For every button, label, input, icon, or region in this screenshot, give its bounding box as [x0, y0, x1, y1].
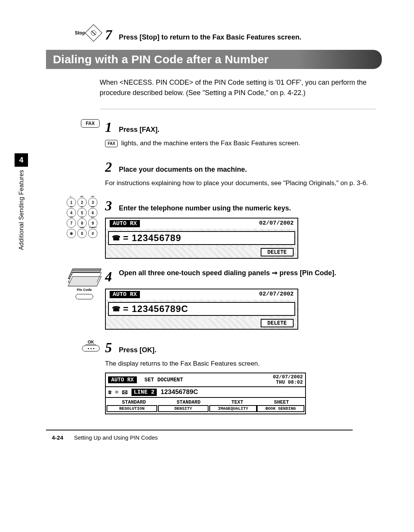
tel-book-icon: ☎ = 🖂: [108, 389, 128, 396]
telephone-icon: ☎: [112, 305, 121, 313]
panels-icon: Pin Code: [69, 269, 100, 299]
step3-row: 1@.-_ 2ABC 3DEF 4GHI 5JKL 6MNO 7PRS 8TUV…: [23, 198, 376, 259]
lcd5-r3-2: TEXT: [231, 399, 243, 405]
step4-head-b: press [Pin Code].: [278, 269, 336, 277]
lcd3-delete: DELETE: [261, 248, 294, 256]
footer-title: Setting Up and Using PIN Codes: [74, 434, 158, 441]
lcd5-r4-1: DENSITY: [158, 405, 209, 412]
lcd5-status: AUTO RX: [108, 376, 137, 383]
intro-text: When <NECESS. PIN CODE> of the PIN Code …: [100, 77, 376, 98]
step1-row: FAX 1 Press [FAX]. FAX lights, and the m…: [23, 119, 376, 148]
fax-key-small-icon: FAX: [105, 140, 118, 147]
lcd-step5: AUTO RX SET DOCUMENT 02/07/2002 THU 08:0…: [105, 373, 306, 415]
lcd5-datetime: 02/07/2002 THU 08:02: [273, 374, 303, 386]
step1-sub: FAX lights, and the machine enters the F…: [105, 138, 376, 148]
ok-label: OK: [85, 340, 97, 345]
lcd3-status: AUTO RX: [110, 220, 140, 227]
lcd5-r3-0: STANDARD: [122, 399, 146, 405]
numeric-keypad-icon: 1@.-_ 2ABC 3DEF 4GHI 5JKL 6MNO 7PRS 8TUV…: [67, 198, 100, 239]
lcd4-number-box: ☎ = 123456789C: [108, 302, 295, 316]
step7-text: Press [Stop] to return to the Fax Basic …: [119, 33, 301, 41]
lcd4-delete: DELETE: [261, 319, 294, 327]
footer-rule: [46, 430, 353, 430]
lcd3-number-box: ☎ = 123456789: [108, 231, 295, 245]
stop-label: Stop: [75, 30, 85, 36]
lcd5-line: LINE 2: [131, 389, 157, 396]
side-tab: 4 Additional Sending Features: [15, 153, 28, 250]
arrow-right-icon: ➞: [272, 269, 278, 277]
stop-diamond-icon: [85, 24, 102, 41]
key-hash: #SYMBOLS: [88, 229, 97, 238]
key-star: ✻: [67, 229, 76, 238]
lcd5-r3-3: SHEET: [274, 399, 289, 405]
step3-head: Enter the telephone number using the num…: [119, 204, 291, 212]
telephone-icon: ☎: [112, 234, 121, 242]
step4-head-a: Open all three one-touch speed dialing p…: [119, 269, 272, 277]
step1-head: Press [FAX].: [119, 126, 159, 134]
lcd4-number: = 123456789C: [123, 304, 188, 314]
step7-number: 7: [105, 27, 112, 43]
lcd-step3: AUTO RX 02/07/2002 ☎ = 123456789 DELETE: [105, 218, 298, 259]
lcd4-status: AUTO RX: [110, 291, 140, 298]
lcd5-set: SET DOCUMENT: [145, 377, 183, 383]
step2-number: 2: [105, 159, 112, 175]
lcd5-r4-3: BOOK SENDING: [257, 405, 304, 412]
chapter-number: 4: [15, 153, 28, 167]
section-title: Dialing with a PIN Code after a Number: [46, 50, 382, 69]
key-7: 7PRS: [67, 218, 76, 228]
step5-sub: The display returns to the Fax Basic Fea…: [105, 359, 376, 369]
page-number: 4-24: [52, 434, 63, 441]
lcd5-r3-1: STANDARD: [177, 399, 200, 405]
step2-row: 2 Place your documents on the machine. F…: [23, 159, 376, 188]
lcd3-number: = 123456789: [123, 233, 181, 243]
step2-sub: For instructions explaining how to place…: [105, 178, 376, 188]
lcd3-date: 02/07/2002: [259, 220, 294, 227]
step4-head: Open all three one-touch speed dialing p…: [119, 269, 336, 277]
step4-row: Pin Code 4 Open all three one-touch spee…: [23, 269, 376, 330]
step3-number: 3: [105, 198, 112, 214]
divider: [100, 109, 376, 109]
lcd5-r4-0: RESOLUTION: [107, 405, 157, 412]
lcd5-r4-2: IMAGEQUALITY: [209, 405, 257, 412]
step2-head: Place your documents on the machine.: [119, 166, 247, 174]
step4-number: 4: [105, 269, 112, 285]
footer: 4-24 Setting Up and Using PIN Codes: [52, 434, 347, 441]
ok-key-icon: OK: [82, 340, 100, 351]
chapter-label: Additional Sending Features: [18, 170, 25, 250]
step5-number: 5: [105, 340, 112, 356]
lcd5-number: 123456789C: [161, 388, 198, 396]
lcd5-time: THU 08:02: [276, 379, 303, 385]
step5-head: Press [OK].: [119, 346, 156, 354]
step7-row: Stop 7 Press [Stop] to return to the Fax…: [23, 27, 376, 43]
step1-number: 1: [105, 119, 112, 135]
lcd5-date: 02/07/2002: [273, 374, 303, 380]
step1-sub-text: lights, and the machine enters the Fax B…: [119, 140, 300, 147]
fax-key-icon: FAX: [81, 119, 100, 128]
stop-key-icon: Stop: [75, 27, 100, 39]
step5-row: OK 5 Press [OK]. The display returns to …: [23, 340, 376, 414]
key-0: 0OPER: [77, 229, 87, 238]
pincode-label: Pin Code: [77, 288, 92, 292]
lcd4-date: 02/07/2002: [259, 291, 294, 298]
pincode-button-icon: [76, 294, 93, 299]
lcd-step4: AUTO RX 02/07/2002 ☎ = 123456789C DELETE: [105, 289, 298, 330]
